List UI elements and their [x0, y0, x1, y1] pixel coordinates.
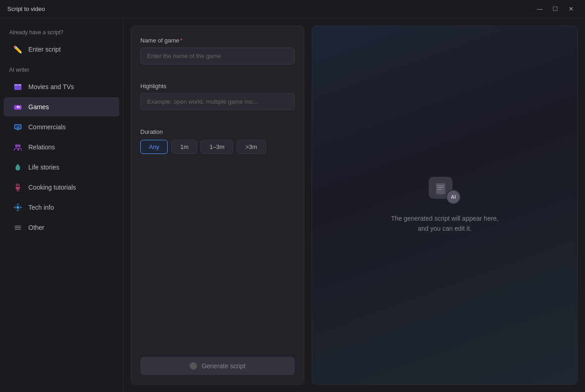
life-stories-icon [13, 162, 23, 172]
generate-script-button[interactable]: Generate script [140, 357, 295, 375]
svg-text:AD: AD [16, 126, 20, 128]
svg-rect-16 [16, 191, 20, 192]
other-label: Other [28, 224, 44, 231]
window-title: Script to video [7, 5, 45, 12]
svg-rect-28 [437, 187, 444, 188]
svg-rect-23 [15, 226, 21, 227]
main-layout: Already have a script? ✏️ Enter script A… [0, 18, 585, 392]
svg-point-13 [15, 144, 18, 147]
ai-writer-label: AI writer [0, 67, 123, 77]
title-bar: Script to video — ☐ ✕ [0, 0, 585, 18]
ai-icon-wrapper: AI [429, 177, 461, 204]
commercials-label: Commercials [28, 123, 66, 131]
svg-rect-15 [17, 189, 18, 191]
games-icon [13, 102, 23, 112]
pencil-icon: ✏️ [13, 44, 23, 54]
window-controls: — ☐ ✕ [533, 4, 578, 15]
generate-spinner [190, 362, 197, 370]
svg-point-7 [19, 106, 20, 107]
enter-script-label: Enter script [28, 46, 61, 53]
svg-point-14 [18, 144, 21, 147]
duration-any-button[interactable]: Any [140, 140, 168, 154]
svg-rect-29 [437, 189, 441, 190]
preview-placeholder-text: The generated script will appear here, a… [385, 213, 504, 234]
sidebar: Already have a script? ✏️ Enter script A… [0, 18, 123, 392]
svg-rect-24 [15, 228, 21, 228]
sidebar-item-tech[interactable]: Tech info [4, 198, 119, 217]
highlights-section: Highlights [140, 83, 295, 119]
relations-icon [13, 142, 23, 152]
duration-section: Duration Any 1m 1–3m >3m [140, 128, 295, 154]
svg-rect-26 [436, 183, 445, 194]
movies-icon [13, 82, 23, 92]
movies-label: Movies and TVs [28, 83, 74, 90]
sidebar-item-life-stories[interactable]: Life stories [4, 158, 119, 177]
already-have-script-label: Already have a script? [0, 29, 123, 39]
script-icon [434, 181, 447, 194]
sidebar-item-commercials[interactable]: AD Commercials [4, 117, 119, 137]
minimize-button[interactable]: — [533, 4, 547, 15]
maximize-button[interactable]: ☐ [548, 4, 562, 15]
svg-point-3 [19, 85, 20, 85]
name-of-game-input[interactable] [140, 48, 295, 64]
games-label: Games [28, 103, 49, 111]
duration-3m-plus-button[interactable]: >3m [237, 140, 266, 154]
svg-rect-10 [16, 129, 19, 130]
name-of-game-section: Name of game* [140, 37, 295, 74]
commercials-icon: AD [13, 122, 23, 132]
ai-badge: AI [446, 190, 461, 204]
cooking-icon [13, 182, 23, 192]
life-stories-label: Life stories [28, 164, 59, 171]
name-of-game-label: Name of game* [140, 37, 295, 44]
sidebar-item-movies[interactable]: Movies and TVs [4, 77, 119, 96]
close-button[interactable]: ✕ [564, 4, 578, 15]
sidebar-item-enter-script[interactable]: ✏️ Enter script [4, 40, 119, 59]
duration-1m-button[interactable]: 1m [171, 140, 197, 154]
sidebar-item-cooking[interactable]: Cooking tutorials [4, 178, 119, 197]
svg-rect-27 [437, 185, 444, 186]
content-area: Name of game* Highlights Duration Any 1m… [123, 18, 585, 392]
sidebar-item-relations[interactable]: Relations [4, 138, 119, 157]
other-icon [13, 222, 23, 233]
svg-rect-1 [14, 84, 21, 86]
tech-label: Tech info [28, 204, 54, 211]
svg-rect-6 [17, 106, 18, 108]
duration-label: Duration [140, 128, 295, 135]
duration-1-3m-button[interactable]: 1–3m [201, 140, 233, 154]
svg-rect-25 [15, 229, 21, 230]
svg-point-2 [16, 85, 16, 85]
generate-label: Generate script [202, 362, 245, 370]
sidebar-item-games[interactable]: Games [4, 97, 119, 117]
highlights-input[interactable] [140, 93, 295, 110]
svg-point-8 [19, 107, 20, 108]
form-panel: Name of game* Highlights Duration Any 1m… [131, 26, 304, 385]
sidebar-item-other[interactable]: Other [4, 218, 119, 237]
svg-point-17 [16, 206, 19, 209]
duration-buttons: Any 1m 1–3m >3m [140, 140, 295, 154]
preview-panel: AI The generated script will appear here… [312, 26, 578, 385]
tech-icon [13, 202, 23, 212]
relations-label: Relations [28, 143, 55, 151]
cooking-label: Cooking tutorials [28, 184, 76, 191]
highlights-label: Highlights [140, 83, 295, 90]
